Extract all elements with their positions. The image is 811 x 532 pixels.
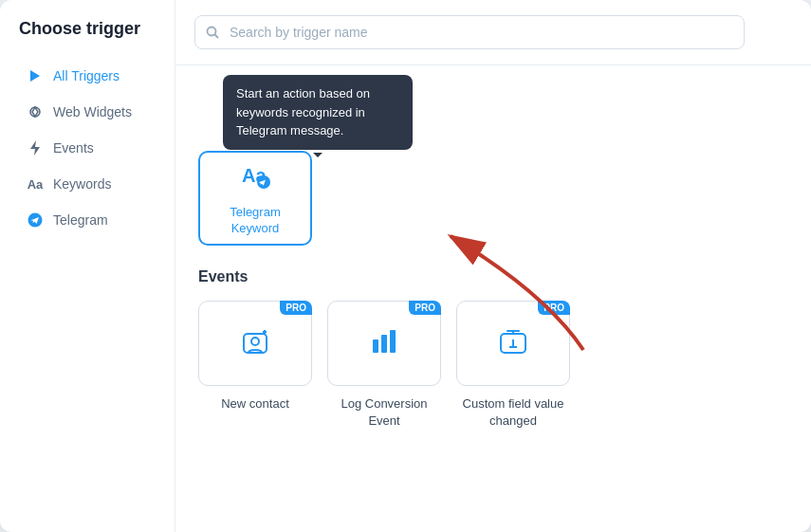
search-input[interactable] — [194, 15, 745, 49]
svg-rect-15 — [390, 330, 396, 353]
sidebar-item-label: Events — [53, 140, 94, 156]
custom-field-card-box: PRO — [456, 301, 570, 386]
bolt-icon — [27, 139, 44, 156]
svg-marker-2 — [30, 140, 40, 156]
search-bar — [175, 0, 811, 65]
pro-badge-log-conversion: PRO — [409, 301, 441, 315]
new-contact-icon — [238, 326, 272, 360]
pro-badge-custom-field: PRO — [538, 301, 570, 315]
sidebar-item-label: Web Widgets — [53, 104, 132, 119]
telegram-keyword-label: TelegramKeyword — [230, 205, 280, 237]
modal: Choose trigger All Triggers Web Widgets — [0, 0, 811, 532]
main-content: Start an action based on keywords recogn… — [175, 0, 811, 532]
log-conversion-label: Log ConversionEvent — [341, 395, 427, 430]
search-icon — [206, 26, 219, 39]
modal-title: Choose trigger — [0, 19, 175, 58]
tooltip: Start an action based on keywords recogn… — [223, 75, 413, 150]
svg-line-5 — [215, 35, 219, 39]
log-conversion-event-card-box: PRO — [327, 301, 441, 386]
new-contact-label: New contact — [221, 395, 289, 413]
events-section-label: Events — [198, 268, 788, 285]
search-wrapper — [194, 15, 792, 49]
play-icon — [27, 67, 44, 84]
content-area: Start an action based on keywords recogn… — [175, 65, 811, 532]
sidebar: Choose trigger All Triggers Web Widgets — [0, 0, 175, 532]
log-conversion-event-card[interactable]: PRO Log ConversionEvent — [327, 301, 441, 430]
telegram-keyword-card[interactable]: Aa TelegramKeyword — [198, 151, 312, 246]
sidebar-item-label: Keywords — [53, 176, 111, 192]
svg-rect-14 — [381, 335, 387, 353]
new-contact-card[interactable]: PRO New contact — [198, 301, 312, 430]
sidebar-item-label: Telegram — [53, 212, 108, 228]
sidebar-item-web-widgets[interactable]: Web Widgets — [8, 94, 167, 130]
sidebar-item-label: All Triggers — [53, 68, 120, 83]
keyword-area: Aa TelegramKeyword — [198, 151, 788, 246]
custom-field-card[interactable]: PRO Custom field value changed — [456, 301, 570, 430]
sidebar-item-all-triggers[interactable]: All Triggers — [8, 58, 167, 94]
sidebar-item-keywords[interactable]: Aa Keywords — [8, 166, 167, 202]
svg-marker-0 — [30, 70, 40, 82]
sidebar-item-telegram[interactable]: Telegram — [8, 202, 167, 238]
events-cards: PRO New contact — [198, 301, 788, 430]
svg-point-4 — [208, 28, 216, 36]
pro-badge-new-contact: PRO — [280, 301, 312, 315]
svg-rect-13 — [373, 339, 378, 353]
sidebar-item-events[interactable]: Events — [8, 130, 167, 166]
svg-point-10 — [251, 338, 259, 345]
custom-field-icon — [496, 326, 530, 360]
log-conversion-icon — [367, 326, 401, 360]
widget-icon — [27, 103, 44, 120]
new-contact-card-box: PRO — [198, 301, 312, 386]
events-section: Events PRO — [198, 268, 788, 430]
telegram-keyword-icon: Aa — [238, 159, 272, 193]
custom-field-label: Custom field value changed — [456, 395, 570, 430]
aa-icon: Aa — [27, 175, 44, 193]
trigger-cards: Aa TelegramKeyword — [198, 151, 788, 246]
telegram-icon — [27, 211, 44, 229]
